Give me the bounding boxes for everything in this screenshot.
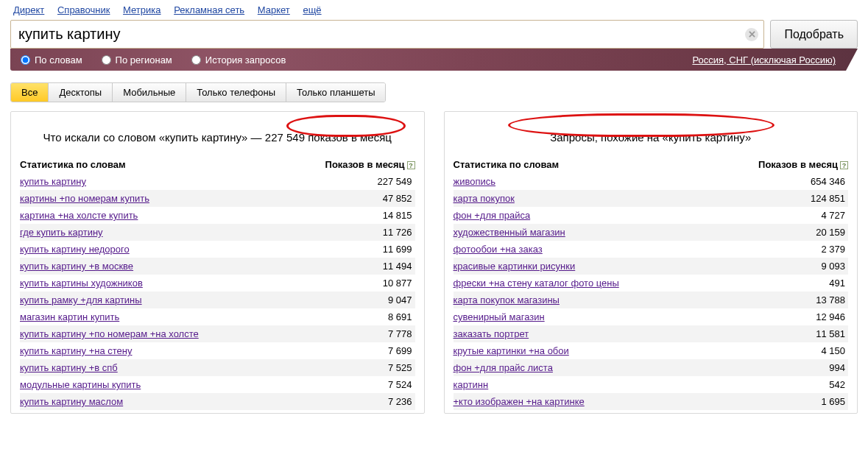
keyword-link[interactable]: крутые картинки +на обои bbox=[454, 345, 569, 356]
table-row: купить картину недорого11 699 bbox=[20, 241, 415, 258]
count-value: 491 bbox=[829, 278, 845, 289]
count-value: 8 691 bbox=[388, 311, 412, 322]
table-row: модульные картины купить7 524 bbox=[20, 376, 415, 393]
table-row: сувенирный магазин12 946 bbox=[454, 308, 849, 325]
table-row: фон +для прайс листа994 bbox=[454, 359, 849, 376]
keyword-link[interactable]: картины +по номерам купить bbox=[20, 193, 149, 204]
table-row: заказать портрет11 581 bbox=[454, 325, 849, 342]
count-value: 1 695 bbox=[821, 396, 845, 407]
keyword-link[interactable]: купить картину маслом bbox=[20, 396, 123, 407]
device-tabs: Все Десктопы Мобильные Только телефоны Т… bbox=[0, 71, 868, 111]
count-value: 2 379 bbox=[821, 244, 845, 255]
tab-mobile[interactable]: Мобильные bbox=[113, 83, 186, 102]
keyword-link[interactable]: купить картину +в спб bbox=[20, 362, 118, 373]
table-row: купить рамку +для картины9 047 bbox=[20, 292, 415, 308]
table-row: художественный магазин20 159 bbox=[454, 224, 849, 241]
keyword-link[interactable]: фон +для прайса bbox=[454, 210, 531, 221]
keyword-link[interactable]: карта покупок bbox=[454, 193, 515, 204]
keyword-link[interactable]: купить картину +по номерам +на холсте bbox=[20, 328, 199, 339]
count-value: 13 788 bbox=[816, 294, 845, 306]
keyword-link[interactable]: сувенирный магазин bbox=[454, 311, 545, 322]
keyword-link[interactable]: заказать портрет bbox=[454, 328, 529, 339]
keyword-link[interactable]: красивые картинки рисунки bbox=[454, 261, 576, 272]
count-value: 9 047 bbox=[388, 294, 412, 306]
table-row: магазин картин купить8 691 bbox=[20, 308, 415, 325]
table-row: живопись654 346 bbox=[454, 173, 849, 190]
nav-metrika[interactable]: Метрика bbox=[123, 4, 160, 15]
tab-phones[interactable]: Только телефоны bbox=[186, 83, 286, 102]
nav-more[interactable]: ещё bbox=[303, 4, 321, 15]
keyword-link[interactable]: фрески +на стену каталог фото цены bbox=[454, 278, 619, 289]
keyword-link[interactable]: модульные картины купить bbox=[20, 379, 141, 390]
table-row: купить картину +в москве11 494 bbox=[20, 258, 415, 275]
submit-button[interactable]: Подобрать bbox=[770, 20, 858, 49]
keyword-link[interactable]: карта покупок магазины bbox=[454, 294, 560, 306]
count-value: 227 549 bbox=[378, 176, 412, 187]
search-input[interactable] bbox=[10, 20, 764, 49]
filter-by-words[interactable]: По словам bbox=[21, 54, 82, 66]
table-row: +кто изображен +на картинке1 695 bbox=[454, 393, 849, 410]
table-row: картины +по номерам купить47 852 bbox=[20, 190, 415, 207]
count-value: 7 524 bbox=[388, 379, 412, 390]
left-panel: Что искали со словом «купить картину» — … bbox=[10, 111, 425, 414]
keyword-link[interactable]: купить картину bbox=[20, 176, 86, 187]
help-icon[interactable]: ? bbox=[407, 161, 415, 169]
help-icon[interactable]: ? bbox=[840, 161, 848, 169]
count-value: 11 699 bbox=[383, 244, 412, 255]
table-row: картина +на холсте купить14 815 bbox=[20, 207, 415, 224]
count-value: 542 bbox=[829, 379, 845, 390]
count-value: 4 150 bbox=[821, 345, 845, 356]
keyword-link[interactable]: купить картину +на стену bbox=[20, 345, 132, 356]
tab-desktops[interactable]: Десктопы bbox=[49, 83, 113, 102]
clear-icon[interactable] bbox=[745, 28, 758, 41]
count-value: 994 bbox=[829, 362, 845, 373]
table-row: картинн542 bbox=[454, 376, 849, 393]
keyword-link[interactable]: картина +на холсте купить bbox=[20, 210, 138, 221]
filter-history[interactable]: История запросов bbox=[191, 54, 286, 66]
tab-all[interactable]: Все bbox=[11, 83, 49, 102]
left-title: Что искали со словом «купить картину» — … bbox=[20, 122, 415, 152]
table-row: крутые картинки +на обои4 150 bbox=[454, 342, 849, 359]
nav-market[interactable]: Маркет bbox=[258, 4, 290, 15]
keyword-link[interactable]: картинн bbox=[454, 379, 489, 390]
tab-tablets[interactable]: Только планшеты bbox=[286, 83, 385, 102]
table-row: купить картину +на стену7 699 bbox=[20, 342, 415, 359]
keyword-link[interactable]: купить картину недорого bbox=[20, 244, 130, 255]
table-row: где купить картину11 726 bbox=[20, 224, 415, 241]
table-row: купить картины художников10 877 bbox=[20, 275, 415, 292]
nav-spravochnik[interactable]: Справочник bbox=[57, 4, 110, 15]
table-row: карта покупок124 851 bbox=[454, 190, 849, 207]
right-panel: Запросы, похожие на «купить картину» Ста… bbox=[444, 111, 858, 414]
count-value: 11 581 bbox=[816, 328, 845, 339]
count-value: 10 877 bbox=[383, 278, 412, 289]
keyword-link[interactable]: купить рамку +для картины bbox=[20, 294, 142, 306]
keyword-link[interactable]: купить картину +в москве bbox=[20, 261, 133, 272]
keyword-link[interactable]: где купить картину bbox=[20, 227, 103, 238]
count-value: 11 494 bbox=[383, 261, 412, 272]
count-value: 7 699 bbox=[388, 345, 412, 356]
table-row: купить картину +в спб7 525 bbox=[20, 359, 415, 376]
count-value: 124 851 bbox=[811, 193, 845, 204]
keyword-link[interactable]: +кто изображен +на картинке bbox=[454, 396, 585, 407]
right-title: Запросы, похожие на «купить картину» bbox=[454, 122, 849, 152]
count-value: 14 815 bbox=[383, 210, 412, 221]
keyword-link[interactable]: купить картины художников bbox=[20, 278, 143, 289]
nav-advnet[interactable]: Рекламная сеть bbox=[174, 4, 244, 15]
keyword-link[interactable]: фон +для прайс листа bbox=[454, 362, 553, 373]
filter-by-regions[interactable]: По регионам bbox=[102, 54, 172, 66]
keyword-link[interactable]: художественный магазин bbox=[454, 227, 565, 238]
region-link[interactable]: Россия, СНГ (исключая Россию) bbox=[692, 54, 836, 66]
count-value: 654 346 bbox=[811, 176, 845, 187]
filter-bar: По словам По регионам История запросов Р… bbox=[10, 49, 858, 71]
table-row: фрески +на стену каталог фото цены491 bbox=[454, 275, 849, 292]
keyword-link[interactable]: магазин картин купить bbox=[20, 311, 119, 322]
left-col-words: Статистика по словам bbox=[20, 159, 126, 170]
table-row: купить картину +по номерам +на холсте7 7… bbox=[20, 325, 415, 342]
count-value: 7 236 bbox=[388, 396, 412, 407]
count-value: 47 852 bbox=[383, 193, 412, 204]
keyword-link[interactable]: живопись bbox=[454, 176, 496, 187]
right-col-count: Показов в месяц? bbox=[758, 159, 848, 170]
keyword-link[interactable]: фотообои +на заказ bbox=[454, 244, 543, 255]
table-row: купить картину227 549 bbox=[20, 173, 415, 190]
nav-direct[interactable]: Директ bbox=[13, 4, 44, 15]
